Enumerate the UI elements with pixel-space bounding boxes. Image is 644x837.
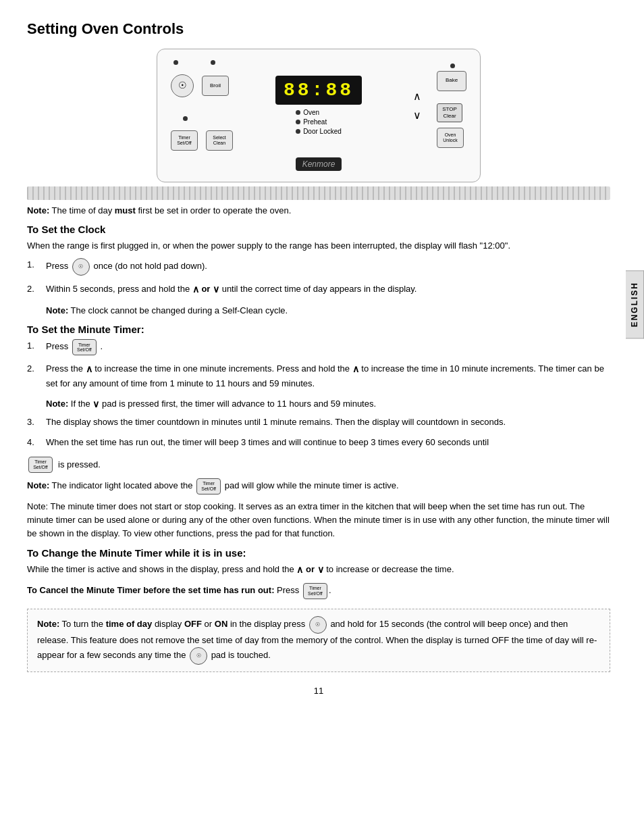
down-arrow-button[interactable]: ∨ [408,107,426,122]
timer-step-4: 4. When the set time has run out, the ti… [27,436,610,449]
clock-step-2-num: 2. [27,282,41,297]
change-timer-text: While the timer is active and shows in t… [27,563,610,578]
clock-note: Note: The clock cannot be changed during… [46,304,610,318]
up-arrow-inline: ∧ [192,284,199,295]
timer-button[interactable]: Timer Set/Off [171,130,198,151]
select-clean-button[interactable]: Select Clean [206,130,233,151]
oven-diagram: ☉ Broil Timer Set/Off Select Clean 88:88 [157,49,481,182]
clock-button-inline[interactable]: ☉ [72,258,90,276]
clock-step-2: 2. Within 5 seconds, press and hold the … [27,282,610,297]
broil-button[interactable]: Broil [202,76,229,96]
controls-right: Bake STOP Clear Oven Unlock [437,64,466,148]
page-number: 11 [27,686,610,696]
clock-step-1: 1. Press ☉ once (do not hold pad down). [27,258,610,276]
timer-step-2: 2. Press the ∧ to increase the time in o… [27,362,610,390]
status-lights: Oven Preheat Door Locked [296,109,342,135]
controls-left: ☉ Broil Timer Set/Off Select Clean [171,60,233,151]
dot-timer [173,60,178,65]
timer-note-3: Note: The indicator light located above … [27,478,610,494]
up-arrow-button[interactable]: ∧ [408,88,426,103]
timer-step-3-num: 3. [27,415,41,429]
timer-step-1: 1. Press TimerSet/Off . [27,339,610,355]
timer-step-3: 3. The display shows the timer countdown… [27,415,610,429]
note-label: Note: [27,205,49,215]
dot-broil [211,60,215,65]
kenmore-brand-bar: Kenmore [171,155,466,171]
clock-button-inline-bottom2[interactable]: ☉ [190,647,207,665]
timer-section-title: To Set the Minute Timer: [27,324,610,335]
stop-clear-button[interactable]: STOP Clear [437,103,462,122]
clock-button-inline-bottom[interactable]: ☉ [309,616,327,634]
oven-display: 88:88 [275,76,362,105]
clock-intro: When the range is first plugged in, or w… [27,239,610,253]
bottom-note-box: Note: To turn the time of day display OF… [27,609,610,673]
page-title: Setting Oven Controls [27,20,610,38]
clock-button[interactable]: ☉ [171,74,194,97]
dot-bake [450,64,455,68]
timer-button-inline-pressed[interactable]: TimerSet/Off [28,457,53,473]
timer-note-4: Note: The minute timer does not start or… [27,500,610,540]
timer-button-inline-note[interactable]: TimerSet/Off [196,478,221,494]
timer-step-1-num: 1. [27,339,41,355]
note-time: Note: The time of day must first be set … [27,205,610,215]
clock-step-1-num: 1. [27,258,41,276]
english-tab: ENGLISH [626,270,644,338]
oven-bottom-bar [27,186,610,200]
bake-button[interactable]: Bake [437,71,466,91]
cancel-timer: To Cancel the Minute Timer before the se… [27,583,610,599]
timer-step-2-num: 2. [27,362,41,390]
timer-note-2: Note: If the ∨ pad is pressed first, the… [46,397,610,411]
arrow-controls: ∧ ∨ [408,88,426,122]
timer-button-inline-cancel[interactable]: TimerSet/Off [303,583,327,599]
timer-step-4-num: 4. [27,436,41,449]
oven-unlock-button[interactable]: Oven Unlock [437,128,464,148]
clock-section-title: To Set the Clock [27,224,610,235]
cancel-timer-title: To Cancel the Minute Timer before the se… [27,585,274,595]
dot-select [183,116,188,121]
change-timer-title: To Change the Minute Timer while it is i… [27,547,610,559]
kenmore-brand: Kenmore [296,157,342,171]
timer-button-inline-1[interactable]: TimerSet/Off [72,339,97,355]
down-arrow-inline: ∨ [213,284,219,295]
timer-pressed-row: TimerSet/Off is pressed. [27,457,610,473]
